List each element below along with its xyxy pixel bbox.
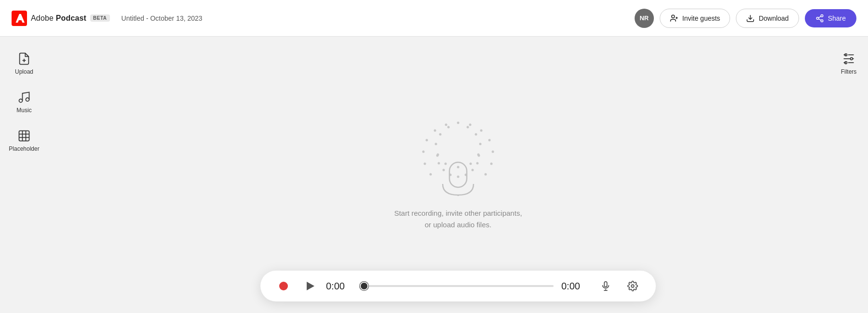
- player-bar: 0:00 0:00: [260, 271, 656, 301]
- header: Adobe Podcast BETA Untitled - October 13…: [0, 0, 868, 37]
- filters-label: Filters: [841, 68, 857, 75]
- svg-rect-14: [19, 131, 29, 141]
- svg-point-13: [26, 98, 29, 101]
- filters-icon: [842, 52, 855, 65]
- invite-guests-button[interactable]: Invite guests: [660, 9, 731, 28]
- svg-point-41: [434, 130, 436, 132]
- svg-point-1: [672, 15, 675, 18]
- svg-point-32: [439, 133, 442, 136]
- upload-label: Upload: [15, 68, 33, 75]
- avatar-button[interactable]: NR: [635, 9, 654, 28]
- settings-button[interactable]: [623, 276, 642, 296]
- svg-point-60: [850, 58, 853, 60]
- time-total: 0:00: [561, 281, 588, 292]
- svg-point-37: [475, 133, 477, 136]
- music-label: Music: [16, 107, 31, 114]
- svg-point-38: [467, 126, 469, 129]
- download-button[interactable]: Download: [736, 9, 799, 28]
- progress-track[interactable]: [361, 285, 554, 287]
- svg-point-21: [443, 169, 445, 171]
- record-button[interactable]: [274, 276, 293, 296]
- svg-point-30: [437, 154, 439, 156]
- svg-point-28: [457, 166, 460, 169]
- svg-point-26: [476, 162, 479, 165]
- settings-icon: [627, 281, 638, 291]
- progress-thumb: [361, 283, 367, 289]
- svg-point-43: [422, 151, 425, 153]
- svg-point-6: [816, 17, 819, 19]
- adobe-logo: [12, 11, 27, 26]
- placeholder-icon: [17, 129, 31, 143]
- play-icon: [307, 282, 314, 290]
- filters-button[interactable]: Filters: [837, 46, 861, 81]
- svg-line-8: [818, 19, 821, 20]
- sidebar-item-placeholder[interactable]: Placeholder: [4, 123, 44, 158]
- sidebar-item-upload[interactable]: Upload: [4, 46, 44, 81]
- svg-point-44: [424, 163, 426, 165]
- svg-point-12: [19, 99, 23, 103]
- empty-state-text: Start recording, invite other participan…: [394, 208, 522, 231]
- header-right: NR Invite guests Download: [635, 9, 856, 28]
- svg-point-35: [477, 154, 480, 156]
- document-title: Untitled - October 13, 2023: [122, 14, 203, 22]
- svg-point-45: [430, 173, 432, 176]
- brand-text: Adobe Podcast: [31, 14, 86, 23]
- right-panel: Filters: [829, 37, 868, 81]
- sidebar-item-music[interactable]: Music: [4, 85, 44, 119]
- upload-icon: [17, 52, 31, 65]
- share-icon: [815, 14, 824, 23]
- sidebar: Upload Music Placeholder: [0, 37, 48, 313]
- beta-badge: BETA: [90, 14, 109, 22]
- microphone-button[interactable]: [596, 276, 615, 296]
- svg-point-48: [488, 139, 491, 142]
- record-dot: [279, 282, 288, 290]
- main-area: Upload Music Placeholder: [0, 37, 868, 313]
- svg-point-58: [631, 285, 634, 287]
- svg-point-29: [445, 163, 447, 165]
- svg-point-36: [479, 143, 482, 145]
- svg-point-59: [845, 54, 847, 56]
- svg-point-42: [426, 139, 428, 142]
- download-icon: [746, 14, 755, 23]
- svg-point-47: [480, 130, 483, 132]
- svg-point-34: [470, 163, 472, 165]
- share-button[interactable]: Share: [805, 9, 856, 27]
- svg-point-49: [492, 151, 494, 153]
- music-icon: [17, 91, 31, 104]
- svg-point-61: [845, 62, 847, 64]
- mic-icon: [600, 281, 611, 291]
- svg-point-50: [490, 163, 493, 165]
- svg-point-40: [445, 124, 448, 126]
- time-current: 0:00: [326, 281, 353, 292]
- invite-icon: [670, 14, 678, 23]
- content-area: Start recording, invite other participan…: [48, 37, 868, 313]
- svg-point-31: [435, 143, 437, 145]
- header-left: Adobe Podcast BETA Untitled - October 13…: [12, 11, 203, 26]
- svg-point-33: [448, 126, 450, 129]
- svg-point-25: [472, 169, 474, 171]
- dots-arc-svg: [410, 119, 506, 196]
- svg-rect-55: [604, 282, 607, 287]
- svg-point-51: [485, 173, 487, 176]
- svg-point-7: [821, 20, 823, 22]
- mic-illustration: [410, 119, 506, 196]
- svg-point-39: [457, 122, 460, 124]
- placeholder-label: Placeholder: [9, 145, 39, 152]
- svg-point-22: [438, 162, 440, 165]
- play-button[interactable]: [301, 277, 318, 295]
- svg-line-9: [818, 16, 821, 17]
- svg-point-46: [469, 124, 472, 126]
- svg-point-19: [457, 176, 460, 178]
- svg-point-5: [821, 14, 823, 17]
